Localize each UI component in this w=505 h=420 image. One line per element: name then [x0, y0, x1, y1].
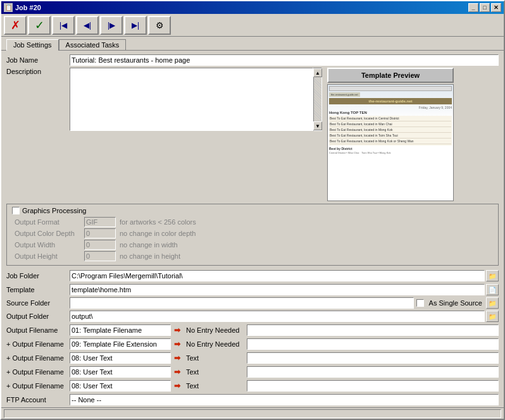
of-mid-3[interactable] — [70, 352, 171, 364]
ftp-account-input[interactable] — [70, 394, 499, 405]
graphics-rows: Output Format for artworks < 256 colors … — [9, 217, 496, 261]
of-mid-1[interactable] — [70, 324, 171, 336]
of-arrow-4: ➡ — [171, 368, 184, 376]
prev-button[interactable]: ◀| — [76, 16, 99, 35]
of-type-2: No Entry Needed — [184, 340, 247, 348]
tab-job-settings[interactable]: Job Settings — [6, 39, 59, 51]
graphics-format-label: Output Format — [15, 218, 84, 226]
of-prefix-4: + Output Filename — [6, 368, 70, 376]
of-arrow-5: ➡ — [171, 381, 184, 390]
of-value-1[interactable] — [247, 324, 499, 336]
preview-header: the-restaurant-guide.net — [329, 98, 452, 104]
graphics-color-depth-input[interactable] — [84, 228, 116, 238]
ftp-account-row: FTP Account — [6, 393, 499, 406]
single-source-label: As Single Source — [429, 299, 482, 307]
close-button[interactable]: ✕ — [491, 3, 501, 12]
graphics-row-width: Output Width no change in width — [15, 240, 496, 250]
description-input[interactable] — [70, 68, 313, 131]
template-preview-button[interactable]: Template Preview — [327, 68, 454, 83]
of-mid-5[interactable] — [70, 380, 171, 392]
graphics-width-input[interactable] — [84, 240, 116, 250]
template-browse[interactable]: 📄 — [486, 284, 499, 295]
graphics-width-label: Output Width — [15, 241, 84, 249]
confirm-button[interactable]: ✓ — [28, 16, 51, 35]
of-value-3[interactable] — [247, 352, 499, 364]
tab-associated-tasks[interactable]: Associated Tasks — [59, 39, 127, 50]
preview-footer: Central District ▪ Wan Chai Tsim Sha Tsu… — [329, 151, 452, 154]
maximize-button[interactable]: □ — [480, 3, 490, 12]
preview-footer-col1: Central District ▪ Wan Chai — [329, 151, 359, 154]
source-folder-label: Source Folder — [6, 299, 70, 307]
graphics-height-desc: no change in height — [120, 252, 180, 260]
preview-line-3: Best To Eat Restaurant, located in Mong … — [330, 128, 451, 133]
of-mid-2[interactable] — [70, 338, 171, 350]
single-source-checkbox[interactable] — [416, 299, 424, 307]
desc-scrollbar[interactable]: ▲ ▼ — [313, 68, 322, 131]
graphics-header: Graphics Processing — [9, 207, 496, 214]
of-arrow-3: ➡ — [171, 354, 184, 362]
preview-footer-title: Best by District — [329, 147, 452, 151]
of-type-1: No Entry Needed — [184, 326, 247, 334]
of-type-3: Text — [184, 354, 247, 362]
preview-body: Best To Eat Restaurant, located in Centr… — [329, 116, 452, 145]
graphics-height-label: Output Height — [15, 252, 84, 260]
minimize-button[interactable]: _ — [468, 3, 478, 12]
template-label: Template — [6, 286, 70, 293]
preview-title: Hong Kong TOP TEN — [329, 111, 452, 114]
source-folder-browse[interactable]: 📁 — [486, 297, 499, 309]
main-window: 📋 Job #20 _ □ ✕ ✗ ✓ |◀ ◀| |▶ ▶| ⚙ Job Se… — [0, 0, 505, 420]
of-mid-4[interactable] — [70, 366, 171, 378]
tab-bar: Job Settings Associated Tasks — [1, 37, 504, 50]
preview-content: the-restaurant-guide.net the-restaurant-… — [328, 85, 453, 201]
job-name-row: Job Name — [6, 54, 499, 66]
job-name-input[interactable] — [70, 54, 499, 66]
graphics-section: Graphics Processing Output Format for ar… — [6, 204, 499, 266]
graphics-row-height: Output Height no change in height — [15, 251, 496, 261]
output-filename-row-1: Output Filename ➡ No Entry Needed — [6, 324, 499, 337]
content-area: Job Name Description ▲ ▼ Template Previe… — [1, 50, 504, 407]
status-panel — [4, 409, 501, 418]
delete-button[interactable]: ✗ — [4, 16, 27, 35]
output-folder-input[interactable] — [70, 311, 485, 322]
graphics-format-desc: for artworks < 256 colors — [120, 218, 196, 226]
graphics-height-input[interactable] — [84, 251, 116, 261]
source-folder-input[interactable] — [70, 297, 414, 309]
ftp-account-label: FTP Account — [6, 396, 70, 404]
template-row: Template 📄 — [6, 283, 499, 296]
scroll-up-arrow[interactable]: ▲ — [313, 68, 322, 77]
window-title: Job #20 — [15, 4, 41, 11]
output-folder-browse[interactable]: 📁 — [486, 311, 499, 322]
desc-inner: ▲ ▼ — [70, 68, 322, 131]
source-folder-row: Source Folder As Single Source 📁 — [6, 297, 499, 309]
preview-nav-item: the-restaurant-guide.net — [329, 92, 360, 97]
preview-date: Friday, January 9, 2004 — [329, 106, 452, 109]
graphics-width-desc: no change in width — [120, 241, 178, 249]
title-controls: _ □ ✕ — [468, 3, 501, 12]
of-prefix-1: Output Filename — [6, 326, 70, 334]
output-folder-row: Output Folder 📁 — [6, 310, 499, 323]
of-value-4[interactable] — [247, 366, 499, 378]
template-input[interactable] — [70, 284, 485, 295]
of-value-2[interactable] — [247, 338, 499, 350]
scroll-down-arrow[interactable]: ▼ — [313, 121, 322, 130]
settings-button[interactable]: ⚙ — [148, 16, 171, 35]
next-button[interactable]: |▶ — [100, 16, 123, 35]
of-value-5[interactable] — [247, 380, 499, 392]
graphics-checkbox-label: Graphics Processing — [9, 207, 89, 214]
job-folder-label: Job Folder — [6, 272, 70, 280]
of-prefix-2: + Output Filename — [6, 340, 70, 348]
job-folder-input[interactable] — [70, 270, 485, 281]
graphics-checkbox[interactable] — [12, 207, 20, 214]
of-arrow-1: ➡ — [171, 326, 184, 335]
title-bar-left: 📋 Job #20 — [4, 3, 41, 12]
job-folder-browse[interactable]: 📁 — [486, 270, 499, 281]
last-button[interactable]: ▶| — [124, 16, 147, 35]
scroll-track — [314, 77, 321, 121]
graphics-format-input[interactable] — [84, 217, 116, 227]
desc-wrapper: ▲ ▼ — [70, 68, 322, 201]
status-bar — [1, 407, 504, 419]
output-filename-row-5: + Output Filename ➡ Text — [6, 380, 499, 392]
toolbar: ✗ ✓ |◀ ◀| |▶ ▶| ⚙ — [1, 14, 504, 37]
window-icon: 📋 — [4, 3, 13, 12]
first-button[interactable]: |◀ — [52, 16, 75, 35]
